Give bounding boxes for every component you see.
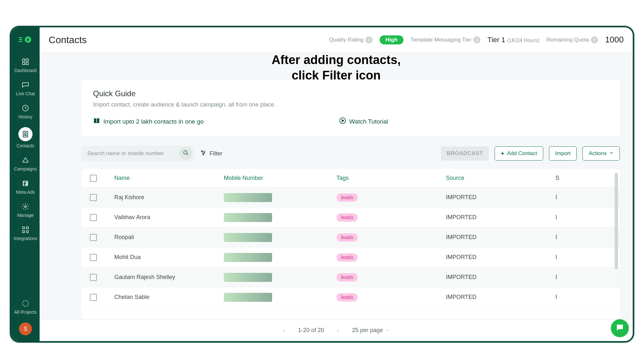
sidebar-item-metaads[interactable]: Meta Ads — [11, 179, 40, 195]
tag-badge: leads — [336, 293, 358, 302]
actions-dropdown[interactable]: Actions — [582, 146, 620, 161]
cell-tags: leads — [336, 293, 446, 302]
row-checkbox[interactable] — [90, 234, 97, 241]
row-checkbox[interactable] — [90, 274, 97, 281]
cell-source: IMPORTED — [446, 294, 555, 301]
cell-name: Mohit Dua — [114, 254, 224, 261]
sidebar-label: Manage — [17, 213, 34, 218]
svg-rect-11 — [26, 227, 28, 229]
tag-badge: leads — [336, 273, 358, 282]
facebook-icon — [21, 179, 30, 188]
info-icon[interactable]: i — [365, 36, 373, 43]
import-contacts-link[interactable]: Import upto 2 lakh contacts in one go — [93, 117, 204, 126]
sidebar-item-campaigns[interactable]: Campaigns — [11, 156, 40, 172]
info-icon[interactable]: i — [473, 36, 480, 43]
sidebar-label: Meta Ads — [16, 190, 35, 195]
pagination-range: 1-20 of 20 — [298, 327, 324, 334]
svg-point-19 — [203, 154, 204, 155]
per-page-dropdown[interactable]: 25 per page — [352, 327, 389, 334]
cell-source: IMPORTED — [446, 214, 555, 221]
redacted-number — [224, 233, 272, 242]
history-icon — [21, 104, 30, 112]
cell-tags: leads — [336, 273, 446, 282]
table-row[interactable]: Chetan SableleadsIMPORTEDI — [81, 287, 620, 307]
svg-point-16 — [184, 151, 187, 154]
cell-mobile — [224, 273, 336, 282]
svg-point-14 — [23, 301, 28, 306]
cell-tags: leads — [336, 213, 446, 222]
table-row[interactable]: Gautam Rajesh ShelleyleadsIMPORTEDI — [81, 267, 620, 287]
quota-label: Remaining Quotai — [546, 36, 598, 43]
tier-label: Template Messaging Tieri — [411, 36, 480, 43]
sidebar-item-allprojects[interactable]: All Projects — [11, 299, 40, 315]
topbar: Contacts Quality Ratingi High Template M… — [40, 27, 633, 52]
table-row[interactable]: Mohit DualeadsIMPORTEDI — [81, 247, 620, 267]
search-icon — [183, 150, 189, 157]
cell-source: IMPORTED — [446, 274, 555, 281]
cell-tags: leads — [336, 233, 446, 242]
table-row[interactable]: RoopalileadsIMPORTEDI — [81, 227, 620, 247]
cell-tags: leads — [336, 253, 446, 262]
cell-extra: I — [555, 214, 588, 221]
sidebar-item-livechat[interactable]: Live Chat — [11, 81, 40, 96]
cell-name: Raj Kishore — [114, 194, 224, 201]
row-checkbox[interactable] — [90, 214, 97, 221]
sidebar-item-dashboard[interactable]: Dashboard — [11, 58, 40, 73]
info-icon[interactable]: i — [591, 36, 598, 43]
toolbar: Filter BROADCAST +Add Contact Import Act… — [81, 146, 620, 161]
col-mobile[interactable]: Mobile Number — [224, 175, 336, 181]
cell-source: IMPORTED — [446, 194, 555, 201]
search-button[interactable] — [179, 147, 192, 160]
sidebar-item-manage[interactable]: Manage — [11, 202, 40, 218]
dashboard-icon — [21, 58, 30, 66]
search-wrap — [81, 146, 194, 161]
search-input[interactable] — [87, 150, 179, 157]
play-icon — [339, 117, 346, 126]
user-avatar[interactable]: S — [19, 322, 32, 335]
col-name[interactable]: Name — [114, 175, 224, 181]
select-all-checkbox[interactable] — [90, 175, 97, 182]
cell-source: IMPORTED — [446, 254, 555, 261]
cell-tags: leads — [336, 193, 446, 202]
cell-name: Gautam Rajesh Shelley — [114, 274, 224, 281]
sidebar-item-integrations[interactable]: Integrations — [11, 226, 40, 241]
svg-point-18 — [204, 152, 205, 153]
table-row[interactable]: Raj KishoreleadsIMPORTEDI — [81, 188, 620, 208]
add-contact-button[interactable]: +Add Contact — [495, 146, 543, 161]
chat-fab[interactable] — [611, 319, 629, 337]
next-page-button[interactable]: › — [337, 327, 339, 334]
sidebar-item-contacts[interactable]: Contacts — [11, 127, 40, 148]
row-checkbox[interactable] — [90, 194, 97, 201]
chevron-down-icon — [609, 150, 614, 157]
sidebar-label: Campaigns — [14, 166, 37, 172]
filter-button[interactable]: Filter — [200, 150, 223, 158]
sidebar-item-history[interactable]: History — [11, 104, 40, 119]
cell-source: IMPORTED — [446, 234, 555, 241]
filter-icon — [200, 150, 206, 158]
projects-icon — [21, 299, 30, 308]
import-button[interactable]: Import — [549, 146, 577, 161]
col-extra[interactable]: S — [555, 175, 588, 181]
campaigns-icon — [21, 156, 30, 164]
book-icon — [93, 117, 100, 126]
scrollbar[interactable] — [615, 173, 618, 269]
row-checkbox[interactable] — [90, 254, 97, 261]
redacted-number — [224, 253, 272, 262]
quota-value: 1000 — [605, 35, 624, 45]
col-tags[interactable]: Tags — [336, 175, 446, 181]
cell-extra: I — [555, 254, 588, 261]
table-row[interactable]: Vaibhav AroraleadsIMPORTEDI — [81, 208, 620, 227]
contacts-table: Name Mobile Number Tags Source S Raj Kis… — [81, 169, 620, 319]
svg-rect-10 — [23, 227, 24, 229]
watch-tutorial-link[interactable]: Watch Tutorial — [339, 117, 388, 126]
sidebar: Dashboard Live Chat History Contacts Cam… — [11, 27, 40, 341]
pagination-footer: ‹ 1-20 of 20 › 25 per page — [40, 319, 633, 341]
guide-subtitle: Import contact, create audience & launch… — [93, 101, 608, 108]
guide-title: Quick Guide — [93, 89, 608, 98]
contacts-icon — [21, 130, 30, 138]
row-checkbox[interactable] — [90, 294, 97, 301]
tag-badge: leads — [336, 193, 358, 202]
col-source[interactable]: Source — [446, 175, 555, 181]
prev-page-button[interactable]: ‹ — [283, 327, 285, 334]
svg-point-9 — [24, 206, 26, 208]
